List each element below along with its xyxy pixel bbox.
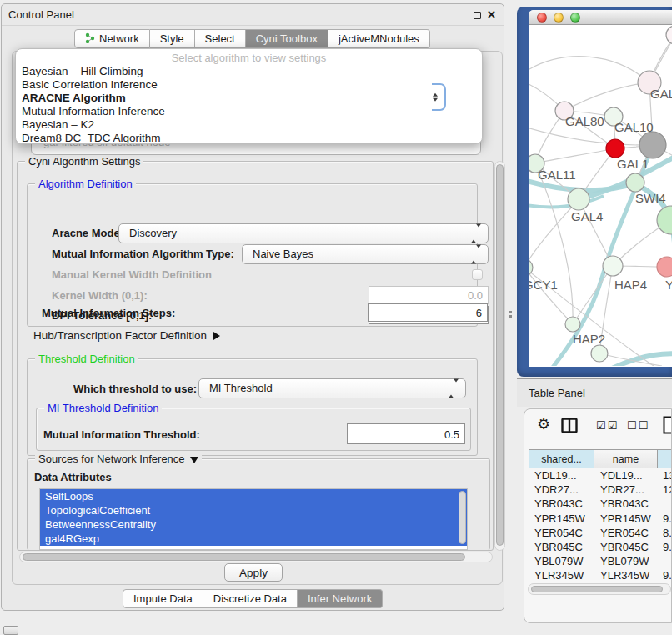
table-row[interactable]: YLR345WYLR345W9.	[529, 568, 672, 582]
horizontal-scrollbar-thumb[interactable]	[23, 553, 465, 561]
table-row[interactable]: YBL079WYBL079W	[529, 554, 672, 568]
column-header-partial[interactable]	[658, 449, 672, 468]
gear-icon[interactable]: ⚙	[537, 415, 550, 433]
minimize-traffic-light-icon[interactable]	[554, 12, 564, 22]
sources-toggle[interactable]: Sources for Network Inference	[35, 452, 202, 465]
tab-label: jActiveMNodules	[339, 32, 419, 45]
combo-stepper-icon	[449, 382, 459, 395]
which-threshold-combo[interactable]: MI Threshold	[198, 378, 466, 398]
splitter-handle[interactable]	[509, 311, 512, 313]
combo-stepper-icon	[433, 92, 438, 102]
network-node[interactable]	[626, 173, 644, 192]
table-cell	[658, 497, 672, 511]
tab-label: Impute Data	[133, 592, 193, 605]
data-attribute-item[interactable]: SelfLoops	[40, 489, 467, 503]
float-window-icon[interactable]	[474, 12, 481, 19]
algorithm-option[interactable]: Bayesian – Hill Climbing	[16, 65, 482, 78]
network-node[interactable]	[666, 26, 672, 44]
network-node[interactable]	[606, 139, 624, 158]
checked-boxes-icon[interactable]: ☑☑	[596, 419, 619, 432]
tab-jactivemnodules[interactable]: jActiveMNodules	[328, 29, 430, 48]
which-threshold-label: Which threshold to use:	[73, 382, 197, 395]
mi-algorithm-type-combo[interactable]: Naive Bayes	[242, 244, 489, 264]
table-row[interactable]: YDR27...YDR27...12	[529, 482, 672, 497]
tab-impute-data[interactable]: Impute Data	[123, 589, 203, 608]
unchecked-boxes-icon[interactable]: ☐☐	[627, 419, 649, 432]
mi-algorithm-type-value: Naive Bayes	[253, 248, 313, 260]
document-icon[interactable]	[663, 416, 672, 437]
table-row[interactable]: YPR145WYPR145W9.	[529, 512, 672, 526]
focused-combo-fragment[interactable]	[432, 83, 446, 111]
settings-horizontal-scrollbar[interactable]	[19, 552, 493, 562]
mi-threshold-value: 0.5	[444, 428, 459, 441]
network-node[interactable]	[657, 257, 672, 277]
table-row[interactable]: YBR045CYBR045C9.	[529, 540, 672, 554]
table-cell: 9.	[658, 512, 672, 526]
mi-threshold-definition-title: MI Threshold Definition	[44, 402, 162, 414]
table-scrollbar-thumb[interactable]	[531, 586, 663, 592]
table-cell: YBL079W	[594, 554, 658, 568]
data-attributes-label: Data Attributes	[34, 471, 112, 483]
table-cell: YBL079W	[529, 554, 594, 568]
data-attribute-item[interactable]: TopologicalCoefficient	[40, 503, 467, 518]
table-cell: 13	[658, 468, 672, 482]
table-cell: YDR27...	[529, 482, 594, 497]
split-columns-icon[interactable]	[561, 418, 578, 436]
network-node[interactable]	[568, 188, 589, 210]
table-row[interactable]: YDL19...YDL19...13	[529, 468, 672, 482]
manual-kernel-width-label: Manual Kernel Width Definition	[52, 268, 212, 281]
table-cell: 9.	[658, 568, 672, 582]
tab-label: Network	[99, 32, 139, 45]
table-cell: YBR045C	[594, 540, 658, 554]
network-canvas[interactable]: GALGAL80GAL10GAL1GAL11SWI4GAL4GCY1HAP4YH…	[529, 25, 672, 366]
algorithm-option[interactable]: Dream8 DC_TDC Algorithm	[16, 132, 482, 144]
table-body: YDL19...YDL19...13YDR27...YDR27...12YBR0…	[529, 468, 672, 590]
network-node[interactable]	[639, 132, 666, 158]
network-node[interactable]	[657, 206, 672, 234]
algorithm-option[interactable]: Basic Correlation Inference	[16, 78, 482, 92]
tab-cyni-toolbox[interactable]: Cyni Toolbox	[246, 29, 328, 48]
column-header-name[interactable]: name	[594, 449, 658, 468]
tab-select[interactable]: Select	[195, 29, 246, 48]
collapsed-panel-button[interactable]	[3, 626, 18, 635]
tab-infer-network[interactable]: Infer Network	[298, 589, 383, 608]
hub-definition-toggle[interactable]: Hub/Transcription Factor Definition	[33, 329, 220, 342]
algorithm-option[interactable]: Bayesian – K2	[16, 118, 482, 132]
manual-kernel-width-checkbox[interactable]	[472, 269, 483, 280]
kernel-width-field[interactable]: 0.0	[369, 286, 489, 304]
settings-group-title: Cyni Algorithm Settings	[25, 155, 143, 168]
network-node[interactable]	[591, 345, 608, 362]
tab-network[interactable]: Network	[74, 29, 150, 48]
sources-title: Sources for Network Inference	[38, 452, 185, 465]
algorithm-option[interactable]: ARACNE Algorithm	[16, 92, 482, 105]
table-row[interactable]: YBR043CYBR043C	[529, 497, 672, 511]
tab-discretize-data[interactable]: Discretize Data	[203, 589, 298, 608]
node-label: GAL4	[571, 209, 603, 223]
mi-steps-field[interactable]: 6	[368, 303, 488, 322]
network-node[interactable]	[603, 256, 623, 276]
settings-vertical-scrollbar[interactable]	[494, 161, 505, 551]
mi-threshold-field[interactable]: 0.5	[347, 423, 465, 444]
data-attribute-item[interactable]: BetweennessCentrality	[40, 518, 467, 532]
tab-style[interactable]: Style	[150, 29, 195, 48]
aracne-mode-combo[interactable]: Discovery	[118, 223, 489, 243]
table-row[interactable]: YER054CYER054C8.	[529, 526, 672, 540]
column-header-shared-name[interactable]: shared...	[529, 449, 594, 468]
table-cell: YDR27...	[594, 482, 658, 497]
data-attribute-item[interactable]: gal4RGexp	[40, 532, 467, 546]
vertical-scrollbar-thumb[interactable]	[496, 164, 504, 546]
algorithm-option[interactable]: Mutual Information Inference	[16, 105, 482, 118]
apply-button-label: Apply	[239, 567, 268, 579]
zoom-traffic-light-icon[interactable]	[570, 12, 580, 22]
close-icon[interactable]: ✕	[487, 8, 496, 22]
table-horizontal-scrollbar[interactable]	[528, 583, 671, 595]
node-label: SWI4	[635, 191, 666, 205]
close-traffic-light-icon[interactable]	[537, 12, 547, 22]
apply-button[interactable]: Apply	[224, 563, 283, 582]
network-node[interactable]	[565, 317, 580, 332]
network-window-titlebar[interactable]	[529, 10, 672, 25]
which-threshold-value: MI Threshold	[209, 382, 273, 394]
table-cell: YPR145W	[594, 512, 658, 526]
table-cell: YDL19...	[529, 468, 594, 482]
list-scrollbar-thumb[interactable]	[459, 491, 466, 544]
